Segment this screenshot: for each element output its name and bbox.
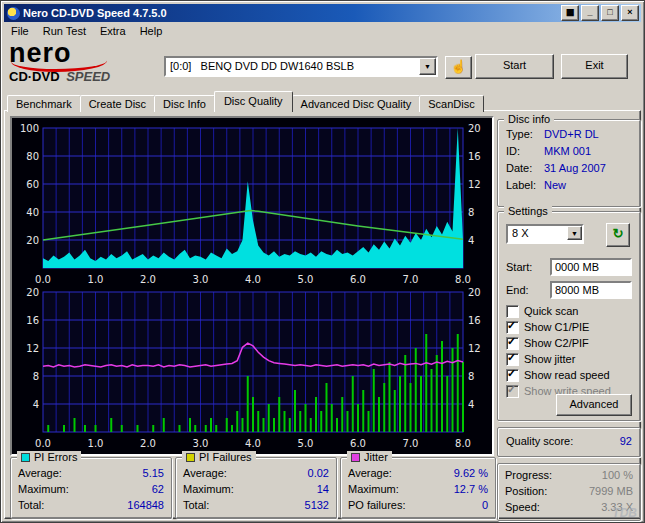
svg-text:5.0: 5.0 — [298, 274, 314, 285]
chevron-down-icon[interactable]: ▼ — [419, 58, 436, 75]
tab-disc-info[interactable]: Disc Info — [154, 95, 215, 112]
checkbox-show-c2-pif[interactable]: Show C2/PIF — [506, 336, 636, 350]
disc-info-row: Type:DVD+R DL — [498, 126, 640, 143]
tab-strip: Benchmark Create Disc Disc Info Disc Qua… — [7, 91, 483, 112]
svg-text:20: 20 — [468, 124, 481, 134]
menu-help[interactable]: Help — [133, 23, 170, 39]
svg-text:8: 8 — [468, 207, 474, 218]
svg-text:4.0: 4.0 — [245, 438, 261, 449]
watermark: TDB — [612, 506, 637, 520]
settings-group: Settings 8 X ▼ ↻ Start: End: Quick scan … — [497, 211, 641, 421]
refresh-button[interactable]: ↻ — [606, 223, 630, 247]
checkbox-show-c1-pie[interactable]: Show C1/PIE — [506, 320, 636, 334]
disc-info-group: Disc info Type:DVD+R DL ID:MKM 001 Date:… — [497, 119, 641, 207]
end-position-label: End: — [506, 284, 550, 296]
end-position-input[interactable] — [550, 281, 632, 299]
position-value: 7999 MB — [589, 484, 633, 498]
svg-text:0.0: 0.0 — [35, 274, 51, 285]
pi-failures-legend-icon — [186, 453, 195, 462]
svg-text:2.0: 2.0 — [140, 274, 156, 285]
svg-text:8.0: 8.0 — [455, 438, 471, 449]
stat-row: Total:5132 — [176, 497, 336, 513]
svg-text:0.0: 0.0 — [35, 438, 51, 449]
svg-text:1.0: 1.0 — [88, 438, 104, 449]
title-bar: Nero CD-DVD Speed 4.7.5.0 ▦ _ □ × — [4, 4, 641, 22]
start-button[interactable]: Start — [475, 54, 554, 79]
jitter-legend-icon — [351, 453, 360, 462]
svg-text:16: 16 — [468, 315, 481, 326]
svg-text:12: 12 — [26, 343, 39, 354]
svg-text:20: 20 — [26, 288, 39, 298]
disc-date-value: 31 Aug 2007 — [544, 161, 606, 176]
svg-text:8: 8 — [468, 371, 474, 382]
svg-text:60: 60 — [26, 179, 39, 190]
menu-extra[interactable]: Extra — [93, 23, 133, 39]
checkbox-box[interactable] — [506, 337, 519, 350]
svg-text:6.0: 6.0 — [350, 274, 366, 285]
start-position-input[interactable] — [550, 258, 632, 276]
hand-icon: ☝ — [450, 59, 466, 74]
stat-row: Maximum:12.7 % — [341, 481, 495, 497]
svg-text:4: 4 — [468, 399, 474, 410]
keyboard-icon-button[interactable]: ▦ — [561, 5, 579, 21]
chevron-down-icon[interactable]: ▼ — [567, 226, 582, 240]
disc-id-value: MKM 001 — [544, 144, 591, 159]
checkbox-box[interactable] — [506, 369, 519, 382]
menu-file[interactable]: File — [4, 23, 36, 39]
quality-score-value: 92 — [620, 434, 632, 448]
tab-advanced-disc-quality[interactable]: Advanced Disc Quality — [292, 95, 421, 112]
scan-speed-combobox[interactable]: 8 X ▼ — [506, 224, 584, 244]
checkbox-show-read-speed[interactable]: Show read speed — [506, 368, 636, 382]
progress-row: Progress:100 % — [498, 467, 640, 483]
tab-disc-quality[interactable]: Disc Quality — [214, 91, 293, 112]
tab-scandisc[interactable]: ScanDisc — [419, 95, 483, 112]
disc-info-row: ID:MKM 001 — [498, 143, 640, 160]
disc-info-row: Label:New — [498, 177, 640, 194]
checkbox-box[interactable] — [506, 305, 519, 318]
svg-text:20: 20 — [26, 235, 39, 246]
svg-text:12: 12 — [468, 343, 481, 354]
svg-text:100: 100 — [20, 124, 39, 134]
svg-text:5.0: 5.0 — [298, 438, 314, 449]
svg-text:12: 12 — [468, 179, 481, 190]
disc-label-value: New — [544, 178, 566, 193]
drive-name: [0:0] BENQ DVD DD DW1640 BSLB — [170, 59, 354, 74]
svg-text:8.0: 8.0 — [455, 274, 471, 285]
nero-logo: nero CD·DVD SPEED — [9, 41, 159, 83]
tab-benchmark[interactable]: Benchmark — [7, 95, 81, 112]
stat-row: Average:5.15 — [11, 465, 171, 481]
pi-errors-chart: 10080604020201612840.01.02.03.04.05.06.0… — [13, 124, 491, 289]
group-title: PI Failures — [199, 451, 252, 463]
checkbox-box — [506, 385, 519, 398]
quality-charts-area: 10080604020201612840.01.02.03.04.05.06.0… — [10, 116, 494, 456]
logo-cddvd-text: CD·DVD — [9, 69, 60, 84]
tab-create-disc[interactable]: Create Disc — [80, 95, 155, 112]
checkbox-quick-scan[interactable]: Quick scan — [506, 304, 636, 318]
checkbox-show-jitter[interactable]: Show jitter — [506, 352, 636, 366]
maximize-button[interactable]: □ — [601, 5, 619, 21]
advanced-button[interactable]: Advanced — [556, 394, 632, 416]
checkbox-box[interactable] — [506, 321, 519, 334]
checkbox-box[interactable] — [506, 353, 519, 366]
stat-row: Maximum:62 — [11, 481, 171, 497]
svg-text:3.0: 3.0 — [193, 438, 209, 449]
menu-run-test[interactable]: Run Test — [36, 23, 93, 39]
svg-text:8: 8 — [33, 371, 39, 382]
svg-text:4: 4 — [468, 235, 474, 246]
position-row: Position:7999 MB — [498, 483, 640, 499]
scan-speed-value: 8 X — [512, 226, 529, 241]
pi-failures-jitter-chart: 20161284201612840.01.02.03.04.05.06.07.0… — [13, 288, 491, 453]
pi-errors-legend-icon — [21, 453, 30, 462]
group-title: Settings — [508, 205, 548, 217]
hand-select-button[interactable]: ☝ — [445, 56, 472, 79]
svg-text:4: 4 — [33, 399, 39, 410]
drive-select-combobox[interactable]: [0:0] BENQ DVD DD DW1640 BSLB ▼ — [164, 56, 438, 77]
exit-button[interactable]: Exit — [561, 54, 628, 79]
pi-errors-stats-group: PI Errors Average:5.15 Maximum:62 Total:… — [10, 457, 172, 519]
close-button[interactable]: × — [621, 5, 639, 21]
jitter-stats-group: Jitter Average:9.62 % Maximum:12.7 % PO … — [340, 457, 496, 519]
svg-text:16: 16 — [468, 151, 481, 162]
minimize-button[interactable]: _ — [581, 5, 599, 21]
app-window: Nero CD-DVD Speed 4.7.5.0 ▦ _ □ × File R… — [0, 0, 645, 523]
svg-text:6.0: 6.0 — [350, 438, 366, 449]
